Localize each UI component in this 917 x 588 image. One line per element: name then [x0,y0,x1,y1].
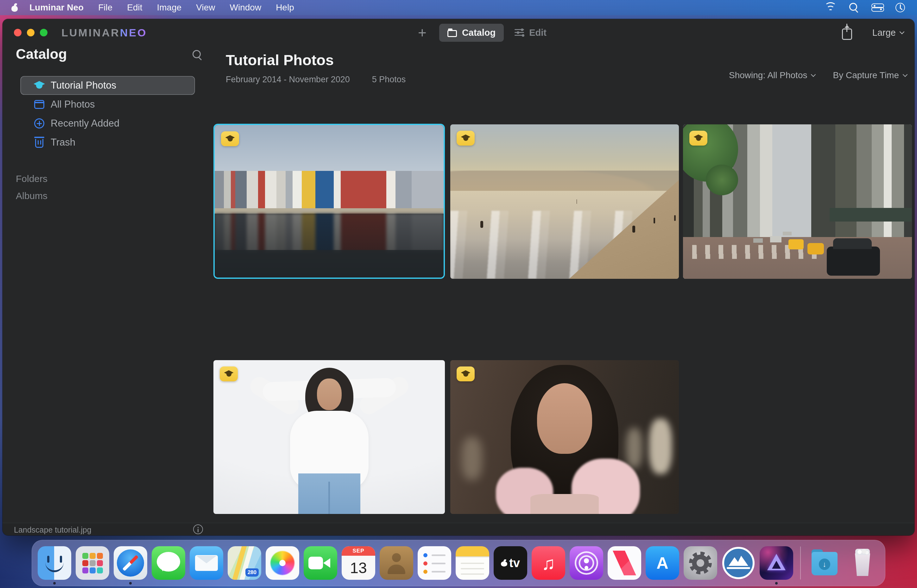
dock-photos-icon[interactable] [266,546,299,580]
trash-icon [33,137,45,148]
apple-menu-icon[interactable] [11,3,18,12]
dock-appletv-icon[interactable]: tv [494,546,527,580]
tutorial-badge-icon [457,367,475,381]
photo-closeup-portrait-pink-ruffle[interactable] [450,360,679,514]
menu-bar: Luminar Neo File Edit Image View Window … [0,0,917,15]
sidebar-section-albums[interactable]: Albums [16,191,47,201]
status-bar: Landscape tutorial.jpg [3,523,914,535]
download-arrow-icon: ↓ [819,559,830,570]
control-center-icon[interactable] [872,3,883,12]
catalog-sidebar: Catalog Tutorial Photos All Photos Recen… [3,46,212,523]
dock-reminders-icon[interactable] [418,546,451,580]
chevron-down-icon [903,72,908,77]
dock-appstore-icon[interactable]: A [645,546,679,580]
running-indicator [129,582,132,585]
menu-image[interactable]: Image [150,3,189,13]
share-icon[interactable] [842,29,852,40]
close-window-button[interactable] [14,29,21,36]
photo-beach-sunset[interactable] [450,124,679,279]
info-icon[interactable] [193,524,203,534]
showing-filter-dropdown[interactable]: Showing: All Photos [729,70,815,81]
dock-music-icon[interactable]: ♫ [532,546,565,580]
dock-maps-icon[interactable]: 280 [228,546,261,580]
dock-news-icon[interactable] [608,546,641,580]
sort-order-dropdown[interactable]: By Capture Time [833,70,907,81]
plus-circle-icon [33,118,45,129]
dock-facetime-icon[interactable] [304,546,337,580]
date-range: February 2014 - November 2020 [226,75,350,84]
tutorial-badge-icon [689,131,707,145]
spotlight-search-icon[interactable] [849,3,859,12]
dock-system-settings-icon[interactable] [684,546,717,580]
tutorial-badge-icon [220,367,238,381]
menu-view[interactable]: View [189,3,222,13]
dock-podcasts-icon[interactable] [570,546,603,580]
running-indicator [53,582,56,585]
dock-downloads-icon[interactable]: ↓ [808,546,841,580]
sliders-icon [514,29,524,37]
zoom-window-button[interactable] [40,29,47,36]
tutorial-badge-icon [457,131,475,145]
tutorial-badge-icon [221,131,239,146]
dock: 280 SEP 13 tv ♫ A ↓ [32,540,885,586]
sidebar-item-recently-added[interactable]: Recently Added [21,115,194,132]
dock-contacts-icon[interactable] [380,546,413,580]
catalog-tab[interactable]: Catalog [439,24,504,42]
dock-luminar-neo-icon[interactable] [760,546,793,580]
menu-file[interactable]: File [91,3,120,13]
page-title: Tutorial Photos [226,51,334,69]
music-note-glyph: ♫ [542,552,555,574]
collection-meta: February 2014 - November 2020 5 Photos [226,75,406,84]
window-titlebar: LUMINARNEO + Catalog Edit Large [3,19,914,46]
sidebar-item-trash[interactable]: Trash [21,134,194,151]
sidebar-item-tutorial-photos[interactable]: Tutorial Photos [21,77,194,94]
dock-launchpad-icon[interactable] [76,546,109,580]
folder-icon [447,30,457,37]
menu-edit[interactable]: Edit [120,3,149,13]
minimize-window-button[interactable] [27,29,34,36]
photo-city-street-taxis[interactable] [683,124,912,279]
sidebar-title: Catalog [16,46,67,62]
clock-icon[interactable] [896,3,905,12]
photos-stack-icon [33,100,45,109]
apple-logo-icon [501,559,507,567]
add-photos-button[interactable]: + [416,25,429,40]
dock-trash-icon[interactable] [846,546,879,580]
dock-luminar-ai-icon[interactable] [721,546,755,580]
dock-notes-icon[interactable] [456,546,489,580]
chevron-down-icon [899,29,905,34]
calendar-month-label: SEP [342,546,375,556]
dock-divider [800,546,801,580]
dock-finder-icon[interactable] [38,546,71,580]
graduation-cap-icon [33,81,45,90]
interstate-shield-label: 280 [246,569,259,577]
sidebar-item-all-photos[interactable]: All Photos [21,95,194,113]
search-icon[interactable] [192,50,203,60]
calendar-day-label: 13 [342,556,375,580]
menu-window[interactable]: Window [223,3,269,13]
wifi-icon[interactable] [825,3,836,12]
selected-filename: Landscape tutorial.jpg [14,525,92,535]
luminar-neo-logo: LUMINARNEO [61,27,147,39]
photo-studio-portrait-white-blouse[interactable] [213,360,445,514]
photo-canal-houses[interactable] [213,124,445,279]
photo-count: 5 Photos [372,75,406,84]
chevron-down-icon [811,72,816,77]
menu-help[interactable]: Help [268,3,301,13]
dock-safari-icon[interactable] [114,546,147,580]
edit-tab[interactable]: Edit [514,27,547,38]
menu-app-name[interactable]: Luminar Neo [22,3,91,13]
sidebar-section-folders[interactable]: Folders [16,173,47,184]
dock-messages-icon[interactable] [152,546,185,580]
running-indicator [775,582,778,585]
thumbnail-size-dropdown[interactable]: Large [872,27,904,38]
luminar-neo-window: LUMINARNEO + Catalog Edit Large Catalog [3,19,914,535]
dock-mail-icon[interactable] [190,546,223,580]
dock-calendar-icon[interactable]: SEP 13 [342,546,375,580]
